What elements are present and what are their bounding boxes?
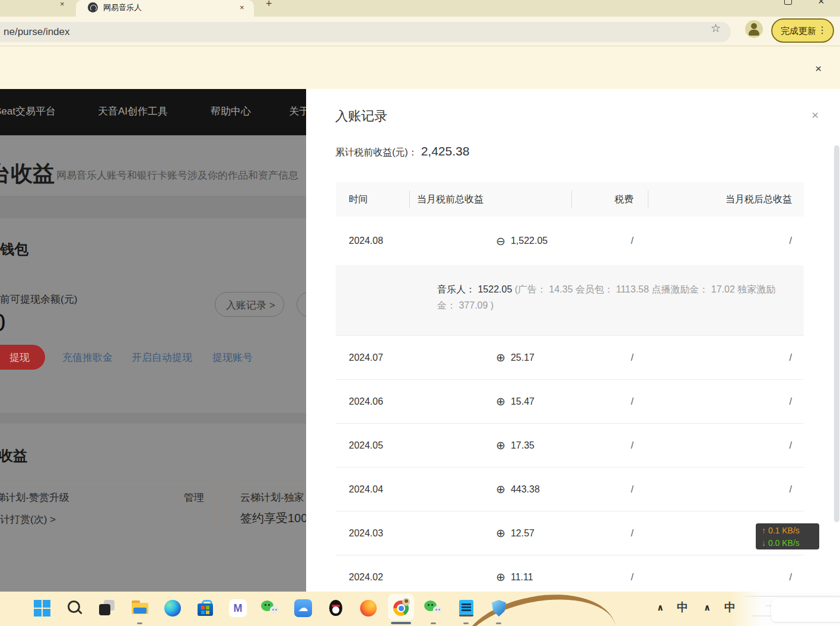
qq-icon[interactable]: [326, 599, 345, 618]
table-row[interactable]: 2024.06 ⊕15.47 / /: [336, 379, 804, 423]
windows-taskbar: M ☁ ∧ 中 ∧ 中: [0, 592, 840, 626]
expand-icon[interactable]: ⊕: [496, 528, 505, 539]
row-date: 2024.02: [336, 572, 409, 583]
wechat-icon[interactable]: [261, 599, 280, 618]
m-app-icon[interactable]: M: [228, 599, 247, 618]
dimmed-page-background: 台收益 网易音乐人账号和银行卡账号涉及你的作品和资产信息 的钱包 当前可提现余额…: [0, 135, 306, 592]
new-tab-icon[interactable]: +: [266, 0, 272, 10]
wallet-title: 的钱包: [0, 240, 28, 259]
expand-icon[interactable]: ⊕: [496, 484, 505, 495]
link-recharge[interactable]: 充值推歌金: [62, 351, 113, 364]
panel-close-icon[interactable]: ×: [812, 108, 819, 122]
panel-title: 入账记录: [335, 107, 387, 125]
finish-update-button[interactable]: 完成更新 ⋮: [771, 18, 834, 43]
column-divider: [571, 190, 572, 208]
income-table: 时间 当月税前总收益 税费 当月税后总收益 2024.08 ⊖1,522.05 …: [336, 182, 804, 592]
balance-label: 当前可提现余额(元): [0, 293, 77, 306]
profile-avatar[interactable]: [745, 20, 763, 38]
firefox-icon[interactable]: [359, 599, 378, 618]
scrollbar-thumb[interactable]: [834, 145, 839, 522]
table-row[interactable]: 2024.04 ⊕443.38 / /: [336, 467, 804, 511]
row-posttax-value: /: [648, 484, 804, 495]
expand-icon[interactable]: ⊕: [496, 571, 505, 583]
wallpaper-streak: [744, 596, 840, 597]
row-tax-value: /: [571, 440, 648, 451]
finish-update-label: 完成更新: [781, 26, 816, 37]
row-tax-value: /: [571, 396, 648, 407]
total-pretax-value: 2,425.38: [421, 144, 470, 158]
nav-item-about[interactable]: 关于: [289, 104, 306, 118]
cloud-app-icon[interactable]: ☁: [294, 599, 313, 618]
tab-title: 网易音乐人: [103, 2, 142, 13]
running-indicator: [431, 622, 436, 624]
table-header-row: 时间 当月税前总收益 税费 当月税后总收益: [336, 182, 804, 217]
tray-chevron-icon[interactable]: ∧: [657, 602, 664, 613]
row-tax-value: /: [571, 528, 648, 539]
expand-icon[interactable]: ⊕: [496, 440, 505, 451]
plan-card2-subtitle: 签约享受100: [240, 510, 306, 526]
ime-indicator[interactable]: 中: [724, 600, 736, 615]
network-speed-widget: ↑ 0.1 KB/s ↓ 0.0 KB/s: [756, 523, 819, 549]
income-records-button[interactable]: 入账记录 >: [215, 292, 284, 317]
row-pretax-value: 15.47: [511, 396, 534, 407]
bookmark-star-icon[interactable]: ☆: [711, 21, 721, 35]
notification-close-icon[interactable]: ×: [815, 62, 822, 75]
url-bar[interactable]: ne/purse/index: [0, 22, 731, 42]
site-navbar: Beat交易平台 天音AI创作工具 帮助中心 关于: [0, 89, 306, 135]
browser-toolbar: ne/purse/index ☆ 完成更新 ⋮: [0, 17, 840, 46]
expand-icon[interactable]: ⊕: [496, 396, 505, 407]
nav-item-ai-tool[interactable]: 天音AI创作工具: [98, 104, 168, 118]
plan-card1-manage-link[interactable]: 管理: [184, 491, 204, 504]
row-posttax-value: /: [648, 572, 804, 583]
income-records-panel: 入账记录 × 累计税前收益(元)：2,425.38 时间 当月税前总收益 税费 …: [306, 89, 840, 592]
row-posttax-value: /: [648, 396, 804, 407]
header-tax: 税费: [571, 193, 648, 206]
search-icon[interactable]: [65, 599, 84, 618]
nav-item-help[interactable]: 帮助中心: [211, 104, 251, 118]
chrome-running-indicator: [391, 622, 411, 624]
section-divider: [0, 413, 306, 424]
plan-card1-subtitle[interactable]: 累计打赏(次) >: [0, 513, 56, 526]
table-row[interactable]: 2024.05 ⊕17.35 / /: [336, 423, 804, 467]
close-tab-icon[interactable]: ×: [60, 0, 65, 8]
table-row[interactable]: 2024.02 ⊕11.11 / /: [336, 555, 804, 592]
wechat-2-icon[interactable]: [424, 599, 443, 618]
file-explorer-icon[interactable]: [131, 599, 149, 618]
row-tax-value: /: [571, 352, 648, 363]
running-indicator: [496, 622, 501, 624]
table-row[interactable]: 2024.03 ⊕12.57 / /: [336, 511, 804, 555]
secondary-pill-button[interactable]: [297, 292, 306, 317]
row-date: 2024.05: [336, 440, 409, 451]
window-restore-icon[interactable]: [784, 0, 792, 5]
tab-netease-musician[interactable]: 网易音乐人 ×: [76, 0, 254, 17]
kebab-menu-icon[interactable]: ⋮: [817, 24, 827, 36]
collapse-icon[interactable]: ⊖: [496, 236, 505, 247]
table-row[interactable]: 2024.08 ⊖1,522.05 / /: [336, 217, 804, 265]
row-pretax-value: 1,522.05: [511, 236, 548, 246]
nav-item-beat[interactable]: Beat交易平台: [0, 104, 56, 118]
window-close-icon[interactable]: ×: [818, 0, 825, 8]
row-date: 2024.04: [336, 484, 409, 495]
withdraw-button[interactable]: 提现: [0, 345, 45, 370]
notepad-icon[interactable]: [457, 599, 476, 618]
expand-icon[interactable]: ⊕: [496, 352, 505, 363]
tray-chevron-icon[interactable]: ∧: [704, 602, 711, 613]
detail-main: 音乐人： 1522.05: [437, 284, 515, 294]
task-view-icon[interactable]: [98, 599, 117, 618]
link-withdraw-account[interactable]: 提现账号: [212, 351, 253, 364]
close-tab-icon[interactable]: ×: [240, 4, 244, 11]
chrome-icon[interactable]: [392, 599, 411, 618]
link-auto-withdraw[interactable]: 开启自动提现: [132, 351, 192, 364]
tab-favicon-icon: [88, 2, 98, 12]
total-pretax-label: 累计税前收益(元)：: [335, 147, 418, 157]
row-tax-value: /: [571, 484, 648, 495]
income-section-desc: 网易音乐人账号和银行卡账号涉及你的作品和资产信息: [56, 169, 298, 182]
avatar-head: [751, 23, 757, 29]
security-shield-icon[interactable]: [489, 599, 508, 618]
edge-icon[interactable]: [163, 599, 182, 618]
table-row[interactable]: 2024.07 ⊕25.17 / /: [336, 335, 804, 379]
windows-start-icon[interactable]: [33, 599, 52, 618]
total-pretax-row: 累计税前收益(元)：2,425.38: [335, 144, 469, 159]
ime-indicator[interactable]: 中: [677, 600, 688, 615]
microsoft-store-icon[interactable]: [196, 599, 215, 618]
